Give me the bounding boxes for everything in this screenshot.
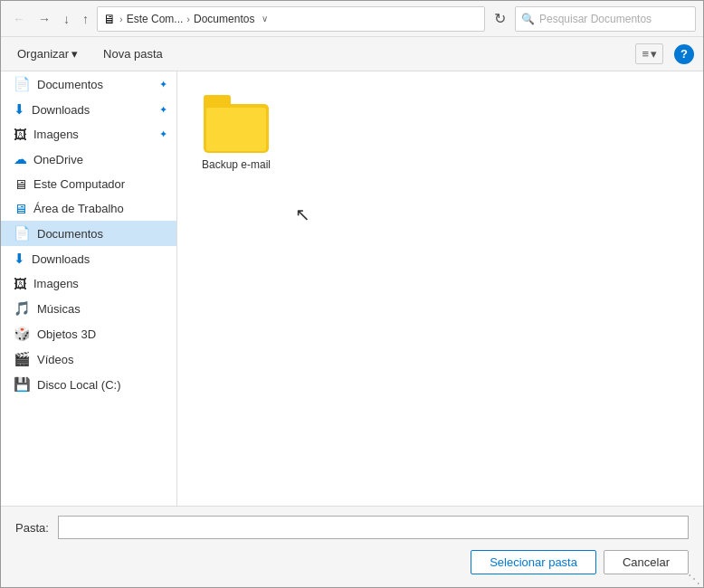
sidebar-item-label: Imagens	[33, 277, 79, 290]
sidebar-item-label: OneDrive	[33, 153, 83, 166]
musicas-icon: 🎵	[14, 300, 31, 317]
forward-button[interactable]: →	[33, 10, 55, 28]
resize-handle[interactable]: ⋱	[688, 572, 700, 584]
sidebar-item-label: Área de Trabalho	[33, 202, 124, 215]
crumb-arrow1: ›	[119, 14, 123, 24]
downloads-quick-icon: ⬇	[14, 101, 25, 118]
help-button[interactable]: ?	[674, 44, 694, 64]
sidebar-item-label: Este Computador	[33, 177, 125, 191]
pasta-label: Pasta:	[15, 521, 49, 535]
sidebar: 📄 Documentos ✦ ⬇ Downloads ✦ 🖼 Imagens ✦…	[1, 71, 177, 506]
bottom-bar: Pasta: Selecionar pasta Cancelar	[1, 506, 703, 587]
folder-icon	[204, 95, 269, 153]
sidebar-item-onedrive[interactable]: ☁ OneDrive	[1, 147, 176, 172]
sidebar-item-label: Documentos	[37, 78, 103, 91]
file-area: Backup e-mail ↖	[177, 71, 703, 506]
back-button[interactable]: ←	[8, 10, 30, 28]
sidebar-item-label: Downloads	[32, 252, 90, 266]
up-button[interactable]: ↑	[78, 10, 93, 28]
sidebar-item-imagens-quick[interactable]: 🖼 Imagens ✦	[1, 122, 176, 147]
cancel-button[interactable]: Cancelar	[604, 550, 689, 574]
sidebar-item-objetos-3d[interactable]: 🎲 Objetos 3D	[1, 321, 176, 346]
search-placeholder: Pesquisar Documentos	[539, 13, 652, 25]
button-row: Selecionar pasta Cancelar	[15, 550, 689, 574]
sidebar-item-imagens[interactable]: 🖼 Imagens	[1, 271, 176, 296]
refresh-button[interactable]: ↻	[489, 7, 511, 30]
file-grid: Backup e-mail	[195, 90, 685, 176]
disco-local-icon: 💾	[14, 376, 31, 393]
pin-icon: ✦	[159, 79, 167, 90]
back-icon: ←	[13, 12, 25, 26]
crumb-arrow2: ›	[186, 14, 190, 24]
main-content: 📄 Documentos ✦ ⬇ Downloads ✦ 🖼 Imagens ✦…	[1, 71, 703, 506]
breadcrumb[interactable]: 🖥 › Este Com... › Documentos ∨	[97, 6, 485, 32]
imagens-icon: 🖼	[14, 276, 27, 291]
sidebar-item-documentos[interactable]: 📄 Documentos	[1, 221, 176, 246]
forward-icon: →	[38, 12, 51, 26]
new-folder-label: Nova pasta	[103, 47, 163, 61]
crumb-part1: Este Com...	[127, 13, 184, 25]
up-icon: ↑	[82, 12, 89, 26]
sidebar-item-este-computador[interactable]: 🖥 Este Computador	[1, 172, 176, 196]
view-button[interactable]: ≡ ▾	[635, 43, 663, 64]
sidebar-item-documentos-quick[interactable]: 📄 Documentos ✦	[1, 71, 176, 97]
new-folder-button[interactable]: Nova pasta	[96, 44, 170, 63]
sidebar-item-musicas[interactable]: 🎵 Músicas	[1, 296, 176, 321]
sidebar-item-area-de-trabalho[interactable]: 🖥 Área de Trabalho	[1, 196, 176, 221]
downloads-icon: ⬇	[14, 251, 25, 267]
documentos-quick-icon: 📄	[14, 76, 31, 92]
sidebar-item-label: Músicas	[37, 302, 81, 316]
view-icon: ≡	[642, 47, 649, 61]
imagens-quick-icon: 🖼	[14, 127, 27, 142]
file-label: Backup e-mail	[202, 158, 271, 171]
sidebar-item-label: Objetos 3D	[37, 327, 96, 341]
view-arrow-icon: ▾	[651, 47, 657, 61]
sidebar-item-label: Imagens	[33, 128, 79, 141]
crumb-part3: Documentos	[194, 13, 254, 25]
este-computador-icon: 🖥	[14, 176, 27, 192]
sidebar-item-label: Disco Local (C:)	[37, 378, 120, 392]
pin-icon: ✦	[159, 128, 167, 140]
sidebar-item-label: Vídeos	[37, 353, 73, 366]
list-item[interactable]: Backup e-mail	[195, 90, 277, 176]
pasta-row: Pasta:	[15, 516, 689, 539]
organize-label: Organizar	[17, 47, 69, 61]
area-trabalho-icon: 🖥	[14, 201, 27, 216]
refresh-icon: ↻	[494, 11, 506, 26]
videos-icon: 🎬	[14, 351, 31, 367]
sidebar-item-label: Documentos	[37, 227, 103, 241]
sidebar-item-downloads[interactable]: ⬇ Downloads	[1, 246, 176, 271]
file-dialog: ← → ↓ ↑ 🖥 › Este Com... › Documentos ∨ ↻…	[0, 0, 704, 588]
dropdown-icon: ↓	[63, 12, 70, 26]
titlebar: ← → ↓ ↑ 🖥 › Este Com... › Documentos ∨ ↻…	[1, 1, 703, 37]
sidebar-item-videos[interactable]: 🎬 Vídeos	[1, 346, 176, 372]
toolbar: Organizar ▾ Nova pasta ≡ ▾ ?	[1, 37, 703, 71]
dropdown-button[interactable]: ↓	[59, 10, 74, 28]
onedrive-icon: ☁	[14, 151, 27, 167]
crumb-dropdown-icon: ∨	[262, 14, 268, 24]
organize-button[interactable]: Organizar ▾	[10, 44, 85, 63]
search-box[interactable]: 🔍 Pesquisar Documentos	[515, 6, 696, 32]
sidebar-item-downloads-quick[interactable]: ⬇ Downloads ✦	[1, 97, 176, 122]
select-folder-button[interactable]: Selecionar pasta	[471, 550, 596, 574]
crumb-computer-icon: 🖥	[103, 12, 116, 26]
sidebar-item-label: Downloads	[32, 103, 90, 117]
objetos3d-icon: 🎲	[14, 326, 31, 342]
documentos-icon: 📄	[14, 225, 31, 242]
pin-icon: ✦	[159, 104, 167, 116]
search-icon: 🔍	[521, 13, 535, 25]
pasta-input[interactable]	[58, 516, 689, 539]
help-icon: ?	[680, 47, 688, 61]
organize-arrow-icon: ▾	[71, 47, 78, 61]
sidebar-item-disco-local[interactable]: 💾 Disco Local (C:)	[1, 372, 176, 397]
cursor-icon: ↖	[295, 204, 310, 225]
